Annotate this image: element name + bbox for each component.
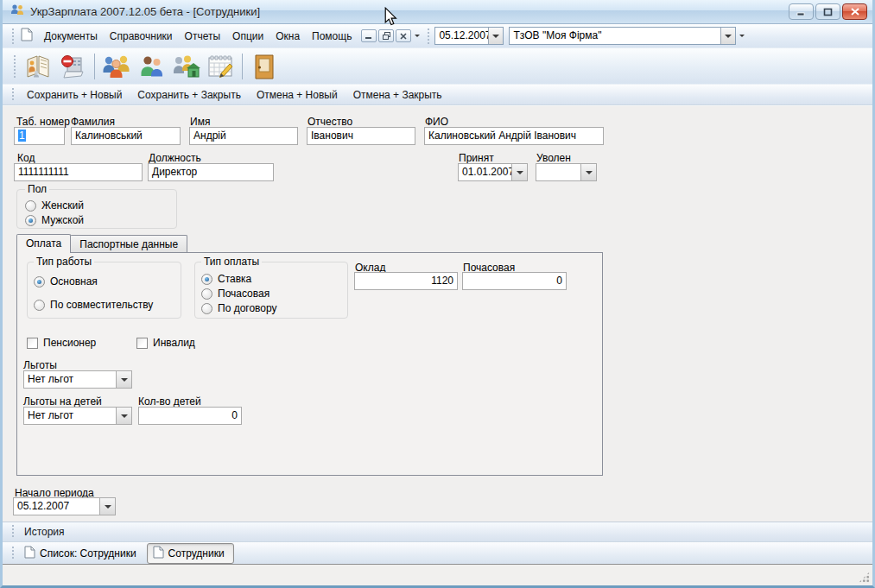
pay-type-hourly-option[interactable]: Почасовая bbox=[201, 288, 269, 300]
document-icon bbox=[153, 546, 164, 561]
organization-stop-icon[interactable] bbox=[56, 51, 89, 82]
history-grip[interactable] bbox=[11, 525, 16, 539]
first-name-label: Имя bbox=[190, 116, 210, 128]
benefits-label: Льготы bbox=[23, 359, 57, 371]
company-selector[interactable]: ТзОВ "Моя Фірма" bbox=[509, 27, 736, 45]
close-button[interactable] bbox=[842, 3, 867, 20]
titlebar[interactable]: УкрЗарплата 2007.12.05 бета - [Сотрудник… bbox=[3, 0, 872, 24]
toolbar-overflow-icon[interactable] bbox=[415, 35, 420, 37]
mdi-close-button[interactable] bbox=[396, 29, 411, 42]
menu-help[interactable]: Помощь bbox=[306, 27, 358, 46]
work-type-parttime-option[interactable]: По совместительству bbox=[34, 299, 153, 311]
menu-documents[interactable]: Документы bbox=[38, 27, 104, 46]
minimize-button[interactable] bbox=[789, 3, 814, 20]
child-benefits-combo[interactable]: Нет льгот bbox=[23, 407, 132, 425]
chevron-down-icon bbox=[586, 171, 593, 174]
menu-directories[interactable]: Справочники bbox=[104, 27, 179, 46]
last-name-label: Фамилия bbox=[71, 116, 115, 128]
employee-form: Таб. номер 1 Фамилия Калиновський Имя Ан… bbox=[3, 105, 872, 522]
pensioner-checkbox-row[interactable]: Пенсионер bbox=[27, 337, 96, 349]
code-label: Код bbox=[17, 152, 35, 164]
taskbar-item-label: Сотрудники bbox=[168, 547, 225, 560]
toolbar-grip[interactable] bbox=[13, 55, 17, 78]
salary-field[interactable]: 1120 bbox=[354, 272, 458, 290]
benefits-dropdown[interactable] bbox=[116, 371, 131, 388]
fired-date-combo[interactable] bbox=[536, 163, 597, 181]
gender-female-option[interactable]: Женский bbox=[25, 199, 84, 212]
maximize-button[interactable] bbox=[815, 3, 840, 20]
children-count-field[interactable]: 0 bbox=[138, 407, 242, 425]
journal-book-icon[interactable] bbox=[22, 51, 54, 82]
fired-label: Уволен bbox=[536, 152, 571, 164]
tab-payment[interactable]: Оплата bbox=[16, 234, 71, 253]
radio-checked-icon bbox=[201, 274, 212, 285]
child-benefits-dropdown[interactable] bbox=[116, 408, 131, 424]
company-selector-dropdown[interactable] bbox=[720, 28, 735, 44]
chevron-down-icon bbox=[492, 35, 499, 38]
work-type-group-label: Тип работы bbox=[34, 256, 94, 268]
pay-type-contract-option[interactable]: По договору bbox=[201, 302, 277, 314]
fired-date-value bbox=[536, 164, 580, 180]
tab-number-field[interactable]: 1 bbox=[14, 127, 65, 145]
hired-date-dropdown[interactable] bbox=[511, 164, 527, 180]
work-type-main-label: Основная bbox=[50, 275, 98, 288]
save-new-button[interactable]: Сохранить + Новый bbox=[19, 86, 130, 104]
calendar-edit-icon[interactable] bbox=[204, 51, 237, 82]
last-name-field[interactable]: Калиновський bbox=[71, 127, 181, 145]
save-close-button[interactable]: Сохранить + Закрыть bbox=[130, 86, 249, 104]
period-start-combo[interactable]: 05.12.2007 bbox=[13, 497, 116, 515]
window-taskbar: Список: Сотрудники Сотрудники bbox=[3, 542, 872, 565]
resize-grip-icon[interactable] bbox=[859, 572, 870, 583]
mdi-restore-button[interactable] bbox=[378, 29, 394, 42]
gender-male-option[interactable]: Мужской bbox=[25, 214, 84, 226]
pay-type-rate-option[interactable]: Ставка bbox=[201, 273, 251, 285]
first-name-field[interactable]: Андрій bbox=[189, 127, 298, 145]
position-field[interactable]: Директор bbox=[148, 163, 274, 181]
people-home-icon[interactable] bbox=[169, 51, 202, 82]
hourly-field[interactable]: 0 bbox=[462, 272, 567, 290]
toolbar-separator bbox=[94, 54, 95, 79]
fired-date-dropdown[interactable] bbox=[580, 164, 596, 180]
benefits-combo[interactable]: Нет льгот bbox=[23, 370, 132, 389]
invalid-checkbox-row[interactable]: Инвалид bbox=[136, 337, 195, 349]
hired-date-combo[interactable]: 01.01.2007 bbox=[458, 163, 528, 181]
mdi-minimize-button[interactable] bbox=[361, 29, 377, 42]
history-bar[interactable]: История bbox=[3, 522, 872, 542]
date-selector[interactable]: 05.12.2007 bbox=[434, 27, 504, 45]
benefits-value: Нет льгот bbox=[24, 371, 116, 388]
company-selector-value: ТзОВ "Моя Фірма" bbox=[510, 28, 720, 44]
hired-date-value: 01.01.2007 bbox=[459, 164, 511, 180]
exit-door-icon[interactable] bbox=[248, 51, 281, 82]
taskbar-item-employee-card[interactable]: Сотрудники bbox=[147, 543, 234, 564]
radio-icon bbox=[201, 303, 212, 314]
menu-windows[interactable]: Окна bbox=[269, 27, 306, 46]
code-field[interactable]: 1111111111 bbox=[14, 163, 143, 181]
tab-passport-data[interactable]: Паспортные данные bbox=[70, 235, 187, 253]
document-icon[interactable] bbox=[21, 28, 33, 45]
pay-type-group-label: Тип оплаты bbox=[201, 256, 262, 268]
menubar: Документы Справочники Отчеты Опции Окна … bbox=[3, 24, 872, 48]
tab-number-label: Таб. номер bbox=[16, 116, 70, 128]
middle-name-field[interactable]: Іванович bbox=[307, 127, 415, 145]
menubar-grip[interactable] bbox=[11, 28, 16, 44]
full-name-field[interactable]: Калиновський Андрій Іванович bbox=[424, 127, 604, 145]
date-selector-dropdown[interactable] bbox=[488, 28, 503, 44]
cancel-new-button[interactable]: Отмена + Новый bbox=[249, 86, 346, 104]
employees-group-icon[interactable] bbox=[100, 51, 133, 82]
period-start-dropdown[interactable] bbox=[99, 498, 115, 515]
taskbar-item-employee-list[interactable]: Список: Сотрудники bbox=[19, 544, 142, 563]
full-name-label: ФИО bbox=[425, 116, 448, 128]
chevron-down-icon bbox=[517, 171, 523, 174]
selector-grip[interactable] bbox=[427, 28, 431, 44]
two-people-icon[interactable] bbox=[135, 51, 168, 82]
date-selector-value: 05.12.2007 bbox=[435, 28, 488, 44]
menu-options[interactable]: Опции bbox=[226, 27, 269, 46]
actionbar-grip[interactable] bbox=[11, 88, 16, 102]
selector-overflow-icon[interactable] bbox=[739, 35, 745, 37]
taskbar-grip[interactable] bbox=[11, 547, 16, 560]
radio-checked-icon bbox=[25, 215, 36, 226]
middle-name-label: Отчество bbox=[308, 116, 352, 128]
work-type-main-option[interactable]: Основная bbox=[34, 275, 98, 288]
cancel-close-button[interactable]: Отмена + Закрыть bbox=[346, 86, 450, 104]
menu-reports[interactable]: Отчеты bbox=[179, 27, 226, 46]
